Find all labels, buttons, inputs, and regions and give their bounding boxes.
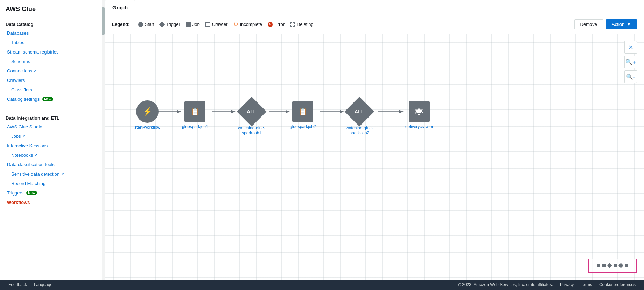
legend-job-icon [186, 22, 191, 27]
node-spider-deliverycrawler: 🕷 [409, 101, 430, 122]
feedback-link[interactable]: Feedback [8, 282, 27, 287]
sidebar-item-crawlers[interactable]: Crawlers [0, 76, 105, 85]
mini-node-5 [618, 263, 623, 268]
node-label-deliverycrawler: deliverycrawler [405, 124, 433, 129]
main-content: Graph Legend: Start Trigger Job [105, 0, 644, 280]
legend-start-label: Start [145, 22, 154, 27]
sidebar-item-connections[interactable]: Connections ↗ [0, 66, 105, 76]
start-workflow-icon: ⚡ [143, 107, 152, 116]
sidebar-item-sensitive-data[interactable]: Sensitive data detection ↗ [0, 169, 105, 179]
footer-left: Feedback Language [8, 282, 52, 287]
zoom-out-button[interactable]: 🔍- [624, 70, 637, 83]
node-watching-glue-spark-job2[interactable]: ALL watching-glue-spark-job2 [346, 101, 373, 135]
legend-item-crawler: Crawler [205, 22, 228, 27]
legend-trigger-label: Trigger [166, 22, 180, 27]
node-label-gluesparkjob2: gluesparkjob2 [290, 124, 316, 129]
triggers-new-badge: New [26, 191, 37, 195]
node-diamond-trigger2: ALL [345, 97, 374, 127]
legend-label: Legend: [112, 22, 130, 27]
sidebar-item-catalog-settings[interactable]: Catalog settings New [0, 94, 105, 104]
external-link-icon-notebooks: ↗ [34, 153, 37, 157]
node-gluesparkjob2[interactable]: 📋 gluesparkjob2 [290, 101, 316, 129]
zoom-in-button[interactable]: 🔍+ [624, 56, 637, 68]
action-button-label: Action [612, 22, 624, 27]
trigger1-icon: ALL [247, 109, 256, 114]
footer: Feedback Language © 2023, Amazon Web Ser… [0, 280, 644, 290]
terms-link[interactable]: Terms [581, 282, 592, 287]
mini-node-6 [625, 264, 628, 267]
mini-map [588, 259, 637, 273]
external-link-icon: ↗ [34, 69, 37, 73]
gluesparkjob2-icon: 📋 [299, 107, 307, 116]
sidebar-divider [0, 107, 105, 107]
sidebar-item-workflows[interactable]: Workflows [0, 198, 105, 207]
node-start-workflow[interactable]: ⚡ start-workflow [134, 100, 160, 130]
action-dropdown-icon: ▼ [626, 22, 631, 27]
legend-deleting-label: Deleting [297, 22, 314, 27]
node-gluesparkjob1[interactable]: 📋 gluesparkjob1 [182, 101, 208, 129]
sidebar-item-aws-glue-studio[interactable]: AWS Glue Studio [0, 122, 105, 132]
legend-deleting-icon [290, 22, 295, 27]
footer-right: © 2023, Amazon Web Services, Inc. or its… [458, 282, 636, 287]
node-label-watching-glue-spark-job1: watching-glue-spark-job1 [238, 126, 265, 135]
sidebar-item-data-classification[interactable]: Data classification tools [0, 160, 105, 169]
node-square-gluesparkjob1: 📋 [184, 101, 205, 122]
legend-item-trigger: Trigger [160, 22, 180, 27]
zoom-controls: ✕ 🔍+ 🔍- [624, 41, 637, 83]
sidebar-item-record-matching[interactable]: Record Matching [0, 179, 105, 188]
zoom-close-button[interactable]: ✕ [624, 41, 637, 54]
graph-grid [105, 34, 644, 280]
legend-crawler-icon [205, 22, 210, 27]
node-circle-start: ⚡ [136, 100, 159, 123]
graph-canvas[interactable]: ⚡ start-workflow 📋 gluesparkjob1 ALL wat… [105, 34, 644, 280]
cookie-link[interactable]: Cookie preferences [599, 282, 636, 287]
trigger2-icon: ALL [355, 109, 364, 114]
node-square-gluesparkjob2: 📋 [292, 101, 313, 122]
node-watching-glue-spark-job1[interactable]: ALL watching-glue-spark-job1 [238, 101, 265, 135]
sidebar-item-tables[interactable]: Tables [0, 38, 105, 47]
language-link[interactable]: Language [34, 282, 52, 287]
legend-start-icon [138, 22, 143, 27]
legend-item-deleting: Deleting [290, 22, 314, 27]
tab-bar: Graph [105, 0, 644, 15]
mini-node-3 [607, 263, 612, 268]
node-label-gluesparkjob1: gluesparkjob1 [182, 124, 208, 129]
privacy-link[interactable]: Privacy [560, 282, 574, 287]
legend-item-start: Start [138, 22, 154, 27]
sidebar-item-triggers[interactable]: Triggers New [0, 188, 105, 198]
legend-item-job: Job [186, 22, 200, 27]
legend-trigger-icon [159, 21, 165, 27]
sidebar-scrollbar-thumb[interactable] [102, 7, 105, 35]
toolbar: Legend: Start Trigger Job [105, 15, 644, 34]
sidebar-item-interactive-sessions[interactable]: Interactive Sessions [0, 141, 105, 150]
legend-job-label: Job [192, 22, 200, 27]
sidebar-scrollbar-track[interactable] [102, 0, 105, 280]
node-diamond-trigger1: ALL [237, 97, 267, 127]
legend-item-error: ✕ Error [268, 22, 285, 27]
legend-item-incomplete: ⚙ Incomplete [233, 21, 262, 28]
legend-crawler-label: Crawler [212, 22, 228, 27]
sidebar-item-schemas[interactable]: Schemas [0, 57, 105, 66]
external-link-icon-jobs: ↗ [22, 134, 25, 139]
action-button[interactable]: Action ▼ [606, 19, 637, 29]
external-link-icon-sensitive: ↗ [61, 172, 64, 176]
sidebar-item-jobs[interactable]: Jobs ↗ [0, 132, 105, 141]
sidebar-item-databases[interactable]: Databases [0, 28, 105, 38]
sidebar-item-classifiers[interactable]: Classifiers [0, 85, 105, 94]
tab-graph[interactable]: Graph [105, 0, 135, 15]
legend-error-icon: ✕ [268, 22, 273, 27]
mini-node-2 [602, 264, 606, 267]
sidebar-item-notebooks[interactable]: Notebooks ↗ [0, 150, 105, 160]
deliverycrawler-icon: 🕷 [415, 107, 424, 116]
legend-error-label: Error [274, 22, 285, 27]
catalog-settings-new-badge: New [42, 97, 53, 101]
copyright-text: © 2023, Amazon Web Services, Inc. or its… [458, 282, 553, 287]
sidebar-item-stream-schema-registries[interactable]: Stream schema registries [0, 47, 105, 57]
node-deliverycrawler[interactable]: 🕷 deliverycrawler [405, 101, 433, 129]
node-label-watching-glue-spark-job2: watching-glue-spark-job2 [346, 126, 373, 135]
node-label-start-workflow: start-workflow [134, 125, 160, 130]
legend-incomplete-icon: ⚙ [233, 21, 238, 28]
remove-button[interactable]: Remove [574, 19, 603, 29]
app-title: AWS Glue [0, 0, 105, 16]
legend-incomplete-label: Incomplete [240, 22, 262, 27]
